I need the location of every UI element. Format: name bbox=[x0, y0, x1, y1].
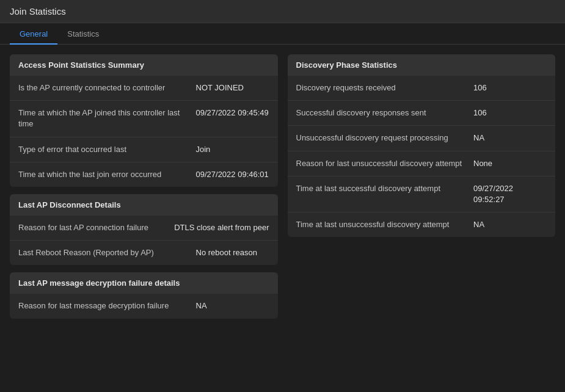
stat-label: Time at last unsuccessful discovery atte… bbox=[296, 219, 474, 230]
stat-value: 09/27/2022 09:46:01 bbox=[196, 169, 269, 180]
left-column: Access Point Statistics SummaryIs the AP… bbox=[10, 54, 278, 319]
table-row: Successful discovery responses sent106 bbox=[288, 101, 556, 126]
table-row: Reason for last message decryption failu… bbox=[10, 294, 278, 318]
section-last-ap-disconnect: Last AP Disconnect DetailsReason for las… bbox=[10, 194, 278, 265]
tab-statistics[interactable]: Statistics bbox=[57, 23, 109, 45]
stat-value: NA bbox=[473, 132, 547, 143]
stat-label: Time at which the AP joined this control… bbox=[18, 107, 196, 129]
stat-value: None bbox=[473, 158, 547, 169]
stat-value: NA bbox=[473, 219, 547, 230]
stat-label: Unsuccessful discovery request processin… bbox=[296, 132, 474, 143]
section-body-last-ap-decryption: Reason for last message decryption failu… bbox=[10, 294, 278, 318]
table-row: Reason for last AP connection failureDTL… bbox=[10, 216, 278, 241]
table-row: Last Reboot Reason (Reported by AP)No re… bbox=[10, 241, 278, 265]
stat-value: DTLS close alert from peer bbox=[174, 222, 269, 233]
table-row: Discovery requests received106 bbox=[288, 76, 556, 101]
right-column: Discovery Phase StatisticsDiscovery requ… bbox=[288, 54, 556, 319]
stat-value: 09/27/2022 09:45:49 bbox=[196, 107, 269, 118]
stat-label: Type of error that occurred last bbox=[18, 144, 196, 155]
table-row: Time at which the AP joined this control… bbox=[10, 101, 278, 137]
table-row: Type of error that occurred lastJoin bbox=[10, 137, 278, 162]
table-row: Time at last successful discovery attemp… bbox=[288, 176, 556, 212]
stat-label: Time at which the last join error occurr… bbox=[18, 169, 196, 180]
section-header-last-ap-disconnect: Last AP Disconnect Details bbox=[10, 194, 278, 216]
stat-label: Reason for last AP connection failure bbox=[18, 222, 174, 233]
stat-value: NA bbox=[196, 300, 269, 311]
stat-value: Join bbox=[196, 144, 269, 155]
stat-label: Last Reboot Reason (Reported by AP) bbox=[18, 247, 196, 258]
section-ap-stats-summary: Access Point Statistics SummaryIs the AP… bbox=[10, 54, 278, 187]
section-header-last-ap-decryption: Last AP message decryption failure detai… bbox=[10, 272, 278, 294]
section-header-discovery-phase: Discovery Phase Statistics bbox=[288, 54, 556, 76]
table-row: Reason for last unsuccessful discovery a… bbox=[288, 151, 556, 176]
section-body-discovery-phase: Discovery requests received106Successful… bbox=[288, 76, 556, 237]
table-row: Time at which the last join error occurr… bbox=[10, 162, 278, 187]
table-row: Time at last unsuccessful discovery atte… bbox=[288, 212, 556, 237]
stat-value: NOT JOINED bbox=[196, 82, 269, 93]
stat-label: Reason for last message decryption failu… bbox=[18, 300, 196, 311]
section-header-ap-stats-summary: Access Point Statistics Summary bbox=[10, 54, 278, 76]
tabs-bar: General Statistics bbox=[0, 23, 565, 45]
section-last-ap-decryption: Last AP message decryption failure detai… bbox=[10, 272, 278, 318]
table-row: Is the AP currently connected to control… bbox=[10, 76, 278, 101]
stat-label: Discovery requests received bbox=[296, 82, 474, 93]
page-title: Join Statistics bbox=[10, 6, 555, 16]
stat-label: Is the AP currently connected to control… bbox=[18, 82, 196, 93]
table-row: Unsuccessful discovery request processin… bbox=[288, 126, 556, 151]
stat-value: 09/27/2022 09:52:27 bbox=[473, 183, 547, 205]
stat-label: Time at last successful discovery attemp… bbox=[296, 183, 474, 194]
section-body-last-ap-disconnect: Reason for last AP connection failureDTL… bbox=[10, 216, 278, 265]
stat-value: 106 bbox=[473, 82, 547, 93]
stat-label: Reason for last unsuccessful discovery a… bbox=[296, 158, 474, 169]
section-body-ap-stats-summary: Is the AP currently connected to control… bbox=[10, 76, 278, 187]
stat-label: Successful discovery responses sent bbox=[296, 107, 474, 118]
section-discovery-phase: Discovery Phase StatisticsDiscovery requ… bbox=[288, 54, 556, 237]
tab-general[interactable]: General bbox=[10, 23, 57, 45]
stat-value: 106 bbox=[473, 107, 547, 118]
title-bar: Join Statistics bbox=[0, 0, 565, 23]
stat-value: No reboot reason bbox=[196, 247, 269, 258]
